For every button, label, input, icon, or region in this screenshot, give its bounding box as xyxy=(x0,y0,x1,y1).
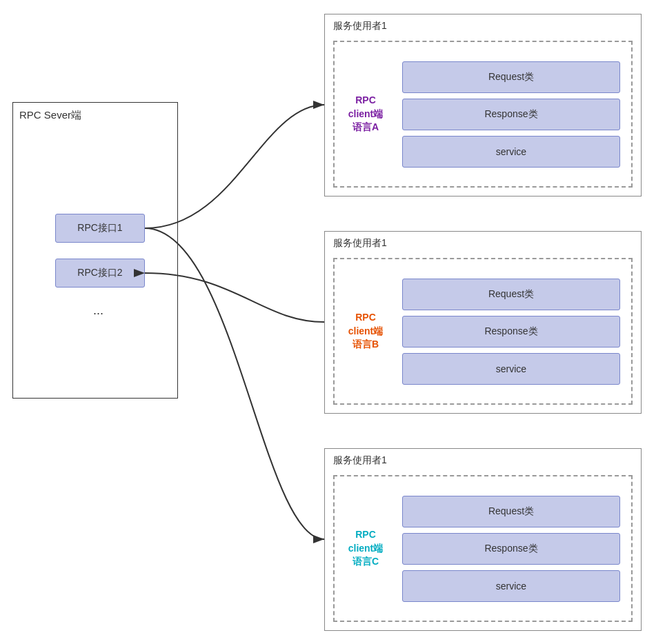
server-box xyxy=(12,102,178,399)
request-box-3: Request类 xyxy=(402,496,620,527)
rpc-interface-1: RPC接口1 xyxy=(55,214,145,243)
consumer-title-3: 服务使用者1 xyxy=(333,454,387,467)
request-box-1: Request类 xyxy=(402,61,620,93)
response-box-1: Response类 xyxy=(402,99,620,130)
response-box-2: Response类 xyxy=(402,316,620,348)
request-box-2: Request类 xyxy=(402,279,620,310)
consumer-title-2: 服务使用者1 xyxy=(333,237,387,250)
inner-dashed-2: RPCclient端语言B Request类 Response类 service xyxy=(333,258,633,405)
diagram-container: RPC Sever端 RPC接口1 RPC接口2 ... 服务使用者1 RPCc… xyxy=(0,0,665,644)
consumer-title-1: 服务使用者1 xyxy=(333,20,387,32)
server-title: RPC Sever端 xyxy=(19,109,81,122)
consumer-box-1: 服务使用者1 RPCclient端语言A Request类 Response类 … xyxy=(324,14,642,197)
consumer-box-3: 服务使用者1 RPCclient端语言C Request类 Response类 … xyxy=(324,448,642,631)
rpc-client-label-2: RPCclient端语言B xyxy=(335,305,397,357)
rpc-client-label-1: RPCclient端语言A xyxy=(335,88,397,140)
response-box-3: Response类 xyxy=(402,533,620,565)
inner-dashed-1: RPCclient端语言A Request类 Response类 service xyxy=(333,41,633,188)
service-box-1: service xyxy=(402,136,620,168)
inner-dashed-3: RPCclient端语言C Request类 Response类 service xyxy=(333,475,633,622)
service-box-3: service xyxy=(402,570,620,602)
right-column-3: Request类 Response类 service xyxy=(397,487,631,610)
service-box-2: service xyxy=(402,353,620,385)
rpc-interface-2: RPC接口2 xyxy=(55,259,145,288)
consumer-box-2: 服务使用者1 RPCclient端语言B Request类 Response类 … xyxy=(324,231,642,414)
right-column-1: Request类 Response类 service xyxy=(397,53,631,176)
rpc-client-label-3: RPCclient端语言C xyxy=(335,523,397,574)
server-dots: ... xyxy=(93,303,103,318)
right-column-2: Request类 Response类 service xyxy=(397,270,631,393)
